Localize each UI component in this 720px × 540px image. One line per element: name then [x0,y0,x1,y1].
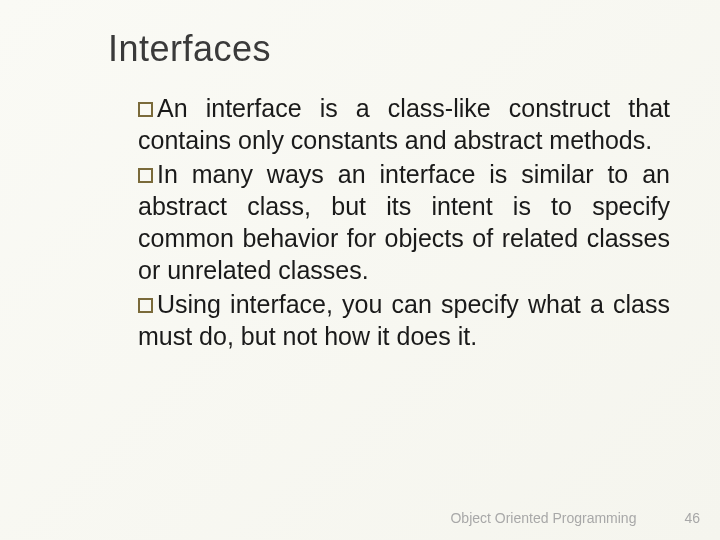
page-number: 46 [684,510,700,526]
bullet-2: In many ways an interface is similar to … [138,158,670,286]
bullet-1-lead: An [157,94,188,122]
bullet-2-text: many ways an interface is similar to an … [138,160,670,284]
bullet-2-lead: In [157,160,178,188]
square-bullet-icon [138,102,153,117]
slide-content: An interface is a class-like construct t… [108,92,680,352]
slide-title: Interfaces [108,28,680,70]
square-bullet-icon [138,298,153,313]
bullet-1: An interface is a class-like construct t… [138,92,670,156]
slide-footer: Object Oriented Programming 46 [450,510,700,526]
bullet-3: Using interface, you can specify what a … [138,288,670,352]
square-bullet-icon [138,168,153,183]
bullet-3-lead: Using [157,290,221,318]
slide: Interfaces An interface is a class-like … [0,0,720,540]
bullet-1-text: interface is a class-like construct that… [138,94,670,154]
footer-label: Object Oriented Programming [450,510,636,526]
